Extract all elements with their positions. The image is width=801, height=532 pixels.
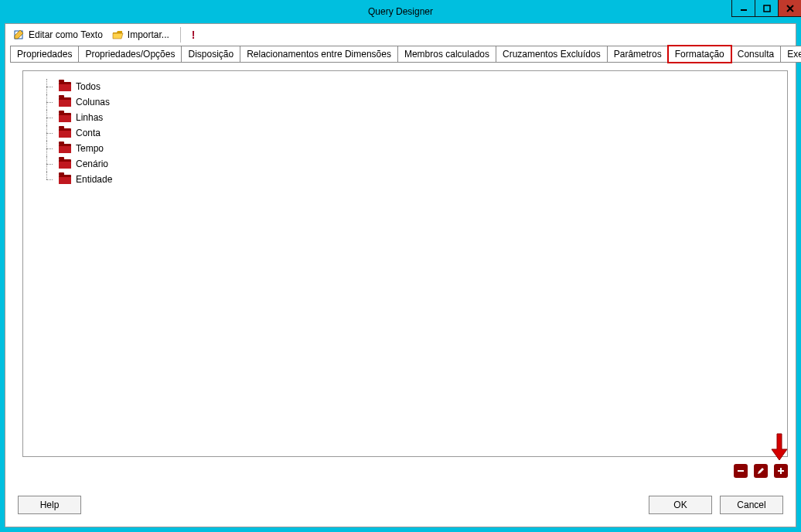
- edit-as-text-label: Editar como Texto: [29, 29, 103, 40]
- import-button[interactable]: Importar...: [109, 27, 172, 43]
- tab-membros-calculados[interactable]: Membros calculados: [397, 46, 496, 63]
- import-label: Importar...: [128, 29, 169, 40]
- tree-connector-icon: [46, 172, 54, 187]
- minimize-button[interactable]: [731, 0, 755, 17]
- folder-icon: [59, 113, 71, 122]
- remove-button[interactable]: [734, 464, 748, 478]
- tree-view[interactable]: Todos Colunas Linhas Conta: [23, 71, 787, 195]
- toolbar: Editar como Texto Importar... !: [5, 24, 796, 46]
- content-panel: Todos Colunas Linhas Conta: [22, 70, 788, 457]
- folder-icon: [59, 175, 71, 184]
- tree-item-label: Colunas: [76, 97, 110, 107]
- client-area: Editar como Texto Importar... ! Propried…: [5, 23, 796, 527]
- tab-label: Disposição: [188, 49, 233, 60]
- window-frame: Query Designer Editar como Texto: [0, 0, 801, 532]
- tab-disposicao[interactable]: Disposição: [181, 46, 240, 63]
- tab-label: Parâmetros: [614, 49, 662, 60]
- tree-item-label: Tempo: [76, 143, 104, 154]
- help-label: Help: [40, 500, 60, 510]
- ok-label: OK: [673, 500, 687, 510]
- window-controls: [731, 0, 801, 17]
- cancel-button[interactable]: Cancel: [720, 496, 783, 514]
- tree-item-tempo[interactable]: Tempo: [46, 141, 779, 156]
- tree-connector-icon: [46, 94, 54, 110]
- footer-buttons: Help OK Cancel: [18, 494, 783, 516]
- titlebar[interactable]: Query Designer: [0, 0, 801, 23]
- tree-item-conta[interactable]: Conta: [46, 125, 779, 141]
- maximize-button[interactable]: [755, 0, 778, 17]
- tab-consulta[interactable]: Consulta: [731, 46, 781, 63]
- tree-connector-icon: [46, 110, 54, 125]
- action-buttons: [734, 462, 788, 480]
- tab-relacionamentos[interactable]: Relacionamentos entre Dimensões: [240, 46, 398, 63]
- tab-formatacao[interactable]: Formatação: [668, 46, 731, 63]
- tab-label: Consulta: [738, 49, 774, 60]
- tree-item-todos[interactable]: Todos: [46, 79, 779, 94]
- svg-rect-1: [764, 5, 770, 12]
- cancel-label: Cancel: [737, 500, 765, 510]
- tab-propriedades-opcoes[interactable]: Propriedades/Opções: [78, 46, 182, 63]
- tree-item-colunas[interactable]: Colunas: [46, 94, 779, 110]
- folder-icon: [59, 144, 71, 153]
- alert-icon[interactable]: !: [189, 29, 199, 41]
- minus-icon: [736, 466, 745, 476]
- plus-icon: [776, 466, 786, 476]
- tree-item-label: Conta: [76, 128, 101, 138]
- tab-label: Execução: [787, 49, 801, 60]
- pencil-icon: [756, 466, 765, 476]
- tab-label: Relacionamentos entre Dimensões: [247, 49, 391, 60]
- add-button[interactable]: [774, 464, 788, 478]
- tree-item-label: Todos: [76, 81, 101, 92]
- tree-item-label: Entidade: [76, 174, 112, 185]
- tab-label: Propriedades: [17, 49, 72, 60]
- tab-label: Cruzamentos Excluídos: [503, 49, 601, 60]
- window-title: Query Designer: [368, 6, 433, 17]
- tab-propriedades[interactable]: Propriedades: [10, 46, 79, 63]
- tab-label: Formatação: [675, 49, 724, 60]
- tab-execucao[interactable]: Execução: [780, 46, 801, 63]
- tab-parametros[interactable]: Parâmetros: [607, 46, 669, 63]
- folder-icon: [59, 82, 71, 91]
- folder-open-icon: [112, 29, 124, 41]
- folder-icon: [59, 159, 71, 169]
- tree-item-cenario[interactable]: Cenário: [46, 156, 779, 172]
- tree-item-entidade[interactable]: Entidade: [46, 172, 779, 187]
- tree-connector-icon: [46, 79, 54, 94]
- folder-icon: [59, 128, 71, 138]
- tab-cruzamentos-excluidos[interactable]: Cruzamentos Excluídos: [496, 46, 608, 63]
- tree-connector-icon: [46, 156, 54, 172]
- tree-item-linhas[interactable]: Linhas: [46, 110, 779, 125]
- tab-label: Membros calculados: [404, 49, 489, 60]
- folder-icon: [59, 97, 71, 107]
- edit-as-text-button[interactable]: Editar como Texto: [10, 27, 106, 43]
- ok-button[interactable]: OK: [649, 496, 712, 514]
- edit-text-icon: [13, 29, 26, 41]
- close-icon: [786, 5, 794, 12]
- tabstrip: Propriedades Propriedades/Opções Disposi…: [5, 46, 796, 63]
- tab-label: Propriedades/Opções: [85, 49, 175, 60]
- tree-item-label: Linhas: [76, 112, 103, 123]
- maximize-icon: [763, 5, 771, 12]
- tree-connector-icon: [46, 125, 54, 141]
- minimize-icon: [740, 5, 748, 12]
- toolbar-separator: [180, 27, 181, 43]
- close-button[interactable]: [778, 0, 801, 17]
- tree-item-label: Cenário: [76, 159, 108, 169]
- tree-connector-icon: [46, 141, 54, 156]
- edit-button[interactable]: [754, 464, 768, 478]
- help-button[interactable]: Help: [18, 496, 81, 514]
